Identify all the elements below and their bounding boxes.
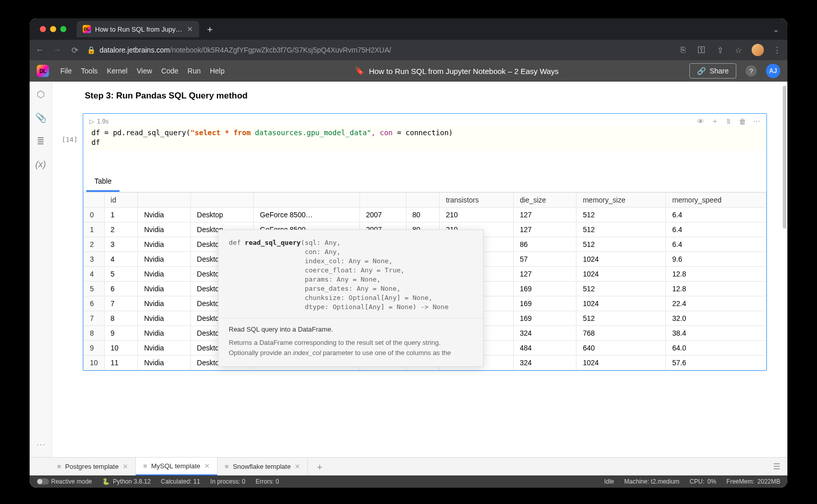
table-cell: 210	[440, 208, 514, 222]
forward-button[interactable]: →	[52, 45, 62, 55]
table-cell: Nvidia	[138, 326, 190, 341]
table-header[interactable]: transistors	[440, 193, 514, 208]
table-cell: 169	[513, 311, 576, 326]
table-header[interactable]: memory_size	[576, 193, 666, 208]
status-bar: Reactive mode 🐍Python 3.8.12 Calculated:…	[30, 475, 787, 488]
cell-exec-count: [14]	[52, 136, 83, 143]
table-cell: Nvidia	[138, 341, 190, 356]
table-header[interactable]: id	[104, 193, 138, 208]
table-cell: 512	[576, 282, 666, 296]
scrollbar-thumb[interactable]	[783, 86, 786, 229]
bookmark-icon[interactable]: 🔖	[355, 66, 365, 75]
close-worksheet-icon[interactable]: ✕	[123, 463, 128, 470]
table-cell: 2	[84, 237, 105, 252]
password-key-icon[interactable]: ⚿	[696, 45, 707, 55]
variables-icon[interactable]: (x)	[35, 159, 46, 170]
close-worksheet-icon[interactable]: ✕	[204, 462, 210, 470]
menu-view[interactable]: View	[137, 67, 152, 75]
status-inprocess: In process: 0	[210, 478, 246, 485]
visibility-icon[interactable]: 👁	[697, 117, 704, 125]
profile-avatar[interactable]	[752, 44, 764, 56]
status-machine: Machine: t2.medium	[624, 478, 680, 485]
back-button[interactable]: ←	[35, 45, 45, 55]
notebook-title-bar: 🔖 How to Run SQL from Jupyter Notebook –…	[234, 66, 680, 75]
table-header[interactable]	[138, 193, 190, 208]
step-heading: Step 3: Run Pandas SQL Query method	[85, 91, 767, 101]
table-cell: 7	[104, 296, 138, 311]
table-header[interactable]	[84, 193, 105, 208]
outline-icon[interactable]: ≣	[37, 136, 44, 147]
table-cell: 6.4	[666, 208, 766, 222]
menu-tools[interactable]: Tools	[81, 67, 98, 75]
rail-more-icon[interactable]: ⋯	[36, 439, 45, 450]
tab-title: How to Run SQL from Jupyter	[95, 26, 183, 33]
table-cell: 512	[576, 222, 666, 237]
worksheet-tab[interactable]: ≡Postgres template✕	[50, 458, 136, 475]
status-mem: FreeMem:2022MB	[727, 478, 780, 485]
table-cell: Nvidia	[138, 282, 190, 296]
table-header[interactable]	[253, 193, 359, 208]
install-app-icon[interactable]: ⎘	[678, 45, 688, 55]
delete-cell-icon[interactable]: 🗑	[739, 117, 746, 125]
output-tab-table[interactable]: Table	[86, 172, 119, 192]
close-worksheet-icon[interactable]: ✕	[295, 463, 300, 470]
code-editor[interactable]: df = pd.read_sql_query("select * from da…	[83, 126, 766, 150]
table-header[interactable]	[406, 193, 440, 208]
table-cell: 127	[513, 208, 576, 222]
app-logo-icon[interactable]: DL	[37, 65, 49, 77]
url-host: datalore.jetbrains.com	[100, 46, 170, 54]
share-page-icon[interactable]: ⇪	[715, 45, 725, 55]
browser-tab[interactable]: DL How to Run SQL from Jupyter ✕	[77, 21, 199, 37]
cell-toolbar: ▷ 1.9s 👁 ＋ ⥮ 🗑 ⋯	[83, 114, 766, 126]
minimize-window-button[interactable]	[50, 26, 56, 32]
table-header[interactable]	[359, 193, 406, 208]
add-cell-icon[interactable]: ＋	[711, 117, 718, 126]
share-button[interactable]: 🔗 Share	[689, 63, 736, 79]
table-cell: 8	[84, 326, 105, 341]
user-avatar[interactable]: AJ	[766, 64, 780, 78]
menu-code[interactable]: Code	[161, 67, 178, 75]
table-row[interactable]: 01NvidiaDesktopGeForce 8500…200780210127…	[84, 208, 766, 222]
worksheet-tab[interactable]: ≡MySQL template✕	[136, 458, 218, 475]
share-icon: 🔗	[697, 67, 706, 75]
window-controls	[34, 26, 73, 32]
table-cell: 2	[104, 222, 138, 237]
table-cell: Nvidia	[138, 222, 190, 237]
menu-help[interactable]: Help	[210, 67, 225, 75]
help-icon[interactable]: ?	[746, 65, 757, 77]
maximize-window-button[interactable]	[60, 26, 66, 32]
menu-file[interactable]: File	[60, 67, 72, 75]
worksheet-list-icon[interactable]: ☰	[766, 458, 787, 475]
table-cell: 11	[104, 356, 138, 370]
menu-kernel[interactable]: Kernel	[107, 67, 127, 75]
reload-button[interactable]: ⟳	[69, 45, 80, 55]
worksheet-tab[interactable]: ≡Snowflake template✕	[218, 458, 308, 475]
menu-run[interactable]: Run	[187, 67, 201, 75]
bookmark-star-icon[interactable]: ☆	[733, 45, 743, 55]
python-icon: 🐍	[102, 478, 110, 485]
browser-tab-strip: DL How to Run SQL from Jupyter ✕ ＋ ⌄	[30, 18, 787, 40]
cell-more-icon[interactable]: ⋯	[753, 117, 760, 125]
tab-close-icon[interactable]: ✕	[187, 25, 193, 33]
table-header[interactable]: die_size	[513, 193, 576, 208]
toggle-pill-icon	[37, 478, 49, 485]
browser-menu-icon[interactable]: ⋮	[772, 45, 782, 55]
attachment-icon[interactable]: 📎	[35, 112, 46, 123]
status-errors: Errors: 0	[256, 478, 279, 485]
close-window-button[interactable]	[40, 26, 46, 32]
url-field[interactable]: 🔒 datalore.jetbrains.com/notebook/0k5R4A…	[87, 46, 671, 54]
table-cell: 512	[576, 311, 666, 326]
new-tab-button[interactable]: ＋	[205, 23, 214, 35]
add-worksheet-button[interactable]: ＋	[308, 458, 331, 475]
cell-type-icon[interactable]: ⥮	[726, 117, 732, 125]
cube-icon[interactable]: ⬡	[37, 89, 45, 100]
table-cell: 6.4	[666, 237, 766, 252]
table-cell: Nvidia	[138, 296, 190, 311]
table-header[interactable]	[190, 193, 253, 208]
table-header[interactable]: memory_speed	[666, 193, 766, 208]
run-cell-icon[interactable]: ▷	[89, 118, 94, 125]
table-cell: Nvidia	[138, 356, 190, 370]
tab-overflow-icon[interactable]: ⌄	[773, 24, 779, 34]
table-cell: 10	[104, 341, 138, 356]
reactive-mode-toggle[interactable]: Reactive mode	[37, 478, 92, 485]
